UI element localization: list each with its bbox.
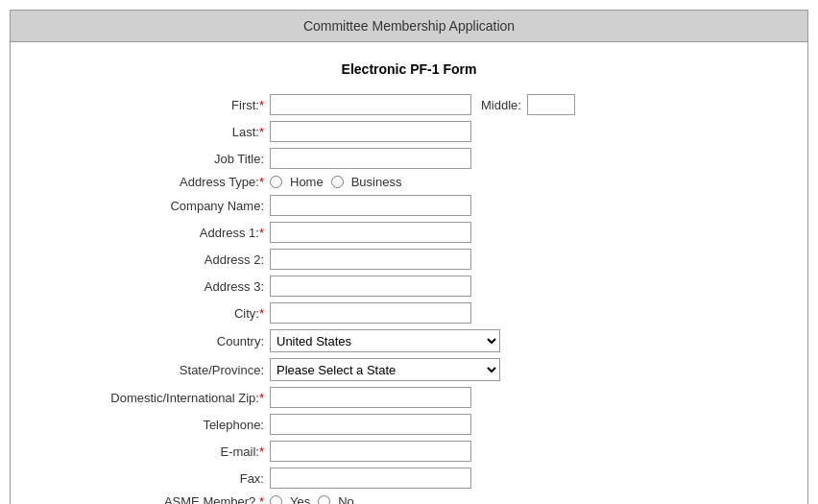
zip-label: Domestic/International Zip:* — [49, 391, 270, 405]
company-input[interactable] — [270, 195, 471, 216]
zip-row: Domestic/International Zip:* — [49, 387, 769, 408]
address1-row: Address 1:* — [49, 222, 769, 243]
address2-label: Address 2: — [49, 252, 270, 267]
address1-label: Address 1:* — [49, 226, 270, 240]
city-row: City:* — [49, 302, 769, 324]
title-bar: Committee Membership Application — [11, 11, 807, 42]
address1-input[interactable] — [270, 222, 471, 243]
no-label: No — [338, 494, 354, 504]
main-container: Committee Membership Application Electro… — [10, 10, 808, 504]
telephone-input[interactable] — [270, 414, 471, 435]
first-label: First:* — [49, 98, 270, 112]
title-text: Committee Membership Application — [303, 18, 515, 34]
middle-label: Middle: — [481, 98, 521, 112]
fax-label: Fax: — [49, 471, 270, 486]
form-section: Electronic PF-1 Form First:* Middle: Las… — [11, 42, 807, 504]
city-label: City:* — [49, 306, 270, 321]
city-input[interactable] — [270, 302, 471, 324]
fax-row: Fax: — [49, 468, 769, 489]
country-select[interactable]: United States — [270, 329, 500, 352]
radio-business[interactable] — [331, 176, 344, 188]
country-label: Country: — [49, 334, 270, 348]
addresstype-label: Address Type:* — [49, 175, 270, 189]
last-label: Last:* — [49, 125, 270, 139]
middle-input[interactable] — [527, 94, 575, 115]
business-label: Business — [351, 175, 402, 189]
last-row: Last:* — [49, 121, 769, 142]
first-input-wrap — [270, 94, 471, 115]
addresstype-row: Address Type:* Home Business — [49, 175, 769, 189]
radio-asme-yes[interactable] — [270, 495, 282, 504]
state-label: State/Province: — [49, 363, 270, 377]
telephone-label: Telephone: — [49, 418, 270, 432]
email-label: E-mail:* — [49, 444, 270, 459]
first-row: First:* Middle: — [49, 94, 769, 115]
address3-label: Address 3: — [49, 279, 270, 294]
addresstype-radio-group: Home Business — [270, 175, 401, 189]
asme-member-radio-group: Yes No — [270, 494, 354, 504]
middle-wrap: Middle: — [471, 94, 575, 115]
radio-home[interactable] — [270, 176, 282, 188]
country-row: Country: United States — [49, 329, 769, 352]
address2-row: Address 2: — [49, 249, 769, 270]
email-row: E-mail:* — [49, 441, 769, 462]
jobtitle-row: Job Title: — [49, 148, 769, 169]
radio-asme-no[interactable] — [318, 495, 330, 504]
zip-input[interactable] — [270, 387, 471, 408]
fax-input[interactable] — [270, 468, 471, 489]
jobtitle-input[interactable] — [270, 148, 471, 169]
jobtitle-label: Job Title: — [49, 152, 270, 166]
address2-input[interactable] — [270, 249, 471, 270]
company-label: Company Name: — [49, 199, 270, 213]
address3-row: Address 3: — [49, 276, 769, 297]
home-label: Home — [290, 175, 324, 189]
first-input[interactable] — [270, 94, 471, 115]
yes-label: Yes — [290, 494, 310, 504]
email-input[interactable] — [270, 441, 471, 462]
asme-member-label: ASME Member? * — [49, 494, 270, 504]
address3-input[interactable] — [270, 276, 471, 297]
state-row: State/Province: Please Select a State — [49, 358, 769, 381]
telephone-row: Telephone: — [49, 414, 769, 435]
asme-member-row: ASME Member? * Yes No — [49, 494, 769, 504]
last-input[interactable] — [270, 121, 471, 142]
state-select[interactable]: Please Select a State — [270, 358, 500, 381]
form-subtitle: Electronic PF-1 Form — [49, 61, 769, 77]
company-row: Company Name: — [49, 195, 769, 216]
